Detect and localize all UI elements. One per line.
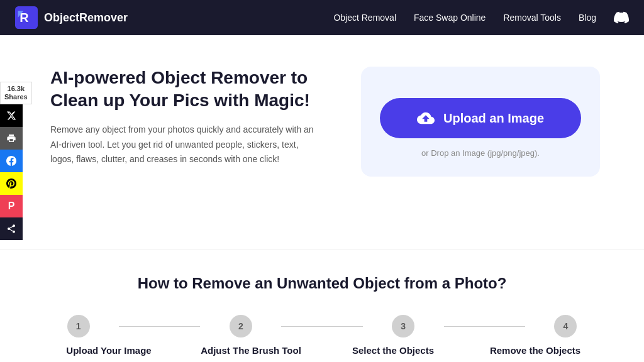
logo-text: ObjectRemover [44,11,128,25]
nav-face-swap[interactable]: Face Swap Online [414,13,486,23]
step-4-num-item: 4 [525,315,606,337]
upload-icon [417,109,435,127]
social-sidebar: 16.3k Shares P [0,82,32,240]
step-4: Remove the Objects Click the "Erase" but… [464,345,606,362]
print-icon [6,133,16,143]
main-content: AI-powered Object Remover to Clean up Yo… [0,35,644,249]
upload-button-label: Upload an Image [443,111,544,126]
step-1: Upload Your Image Click the "Upload an i… [38,345,180,362]
twitter-share-button[interactable] [0,104,23,127]
step-line-2 [281,326,362,327]
hero-heading: AI-powered Object Remover to Clean up Yo… [50,67,323,112]
step-3-label: Select the Objects [352,345,434,356]
step-4-number: 4 [554,315,577,337]
step-4-label: Remove the Objects [490,345,580,356]
step-2-number: 2 [230,315,252,337]
steps-numbers-row: 1 2 3 4 [38,315,606,337]
how-to-title: How to Remove an Unwanted Object from a … [38,275,606,292]
upload-section: Upload an Image or Drop an Image (jpg/pn… [361,67,600,177]
drop-text: or Drop an Image (jpg/png/jpeg). [421,148,540,158]
snapchat-share-button[interactable] [0,172,23,195]
step-2: Adjust The Brush Tool Once the image get… [180,345,322,362]
snapchat-icon [6,178,16,189]
step-3-num-item: 3 [363,315,444,337]
print-share-button[interactable] [0,127,23,150]
step-2-num-item: 2 [200,315,281,337]
how-to-section: How to Remove an Unwanted Object from a … [0,249,644,362]
step-line-1 [119,326,200,327]
step-3: Select the Objects Move the brush to mar… [322,345,464,362]
header: R ObjectRemover Object Removal Face Swap… [0,0,644,35]
logo-icon: R [15,6,38,29]
nav: Object Removal Face Swap Online Removal … [333,10,629,25]
step-3-number: 3 [392,315,414,337]
share-count: 16.3k Shares [0,82,32,104]
facebook-icon [6,156,16,166]
twitter-icon [6,111,16,121]
shares-label: Shares [4,93,28,101]
pocket-share-button[interactable]: P [0,195,23,217]
step-1-num-item: 1 [38,315,119,337]
other-share-button[interactable] [0,217,23,240]
nav-object-removal[interactable]: Object Removal [333,13,396,23]
step-1-number: 1 [67,315,90,337]
nav-removal-tools[interactable]: Removal Tools [503,13,561,23]
upload-button[interactable]: Upload an Image [380,98,581,138]
nav-blog[interactable]: Blog [579,13,596,23]
facebook-share-button[interactable] [0,150,23,172]
discord-icon[interactable] [614,10,629,25]
share-icon [6,224,16,234]
pocket-label: P [8,200,15,212]
hero-description: Remove any object from your photos quick… [50,123,323,167]
logo[interactable]: R ObjectRemover [15,6,128,29]
steps-labels-row: Upload Your Image Click the "Upload an i… [38,345,606,362]
step-line-3 [444,326,525,327]
hero-left: AI-powered Object Remover to Clean up Yo… [50,67,323,167]
step-1-label: Upload Your Image [66,345,151,356]
share-number: 16.3k [4,85,28,93]
step-2-label: Adjust The Brush Tool [201,345,301,356]
